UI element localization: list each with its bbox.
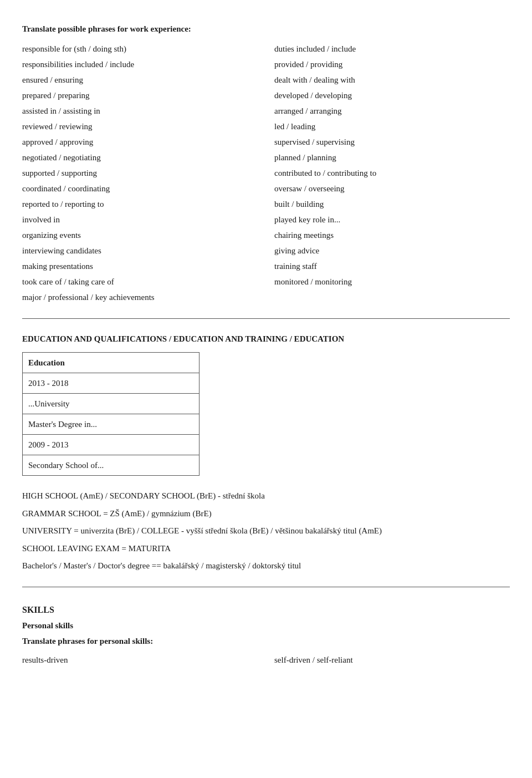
phrase-item: coordinated / coordinating <box>22 181 258 196</box>
personal-skill-item: results-driven <box>22 652 258 668</box>
school-info-line: SCHOOL LEAVING EXAM = MATURITA <box>22 542 510 556</box>
section-heading: Translate possible phrases for work expe… <box>22 22 510 35</box>
phrase-item: led / leading <box>274 119 510 134</box>
phrase-item: monitored / monitoring <box>274 274 510 289</box>
edu-table-header: Education <box>23 353 200 373</box>
personal-skills-left-col: results-driven <box>22 652 258 668</box>
section-divider <box>22 318 510 319</box>
phrase-item: responsible for (sth / doing sth) <box>22 41 258 57</box>
section-divider-2 <box>22 587 510 587</box>
phrase-item: supported / supporting <box>22 165 258 181</box>
phrase-item: major / professional / key achievements <box>22 289 258 305</box>
phrase-item: reported to / reporting to <box>22 196 258 212</box>
phrase-item: developed / developing <box>274 88 510 103</box>
phrase-item: interviewing candidates <box>22 243 258 258</box>
phrase-item: played key role in... <box>274 212 510 227</box>
edu-table-row: Master's Degree in... <box>23 414 200 435</box>
phrase-item: contributed to / contributing to <box>274 165 510 181</box>
edu-table-row: ...University <box>23 394 200 414</box>
phrase-item: took care of / taking care of <box>22 274 258 289</box>
phrase-item: giving advice <box>274 243 510 258</box>
phrase-item: dealt with / dealing with <box>274 72 510 88</box>
edu-table-row: Secondary School of... <box>23 455 200 476</box>
phrase-item: negotiated / negotiating <box>22 150 258 165</box>
education-section-title: EDUCATION AND QUALIFICATIONS / EDUCATION… <box>22 332 510 345</box>
school-info-line: GRAMMAR SCHOOL = ZŠ (AmE) / gymnázium (B… <box>22 507 510 521</box>
phrase-item: organizing events <box>22 227 258 243</box>
left-phrases-column: responsible for (sth / doing sth)respons… <box>22 41 258 305</box>
skills-heading: SKILLS <box>22 603 510 617</box>
phrase-item: making presentations <box>22 258 258 274</box>
school-info-line: UNIVERSITY = univerzita (BrE) / COLLEGE … <box>22 524 510 538</box>
phrase-item: chairing meetings <box>274 227 510 243</box>
phrase-item: assisted in / assisting in <box>22 103 258 119</box>
education-table: Education2013 - 2018...UniversityMaster'… <box>22 352 200 476</box>
phrase-item: reviewed / reviewing <box>22 119 258 134</box>
personal-skills-right-col: self-driven / self-reliant <box>274 652 510 668</box>
phrase-item: provided / providing <box>274 57 510 72</box>
phrase-item: arranged / arranging <box>274 103 510 119</box>
edu-table-row: 2009 - 2013 <box>23 435 200 455</box>
phrase-item: supervised / supervising <box>274 134 510 150</box>
personal-skills-heading: Personal skills <box>22 619 510 632</box>
phrase-item: involved in <box>22 212 258 227</box>
phrase-item: prepared / preparing <box>22 88 258 103</box>
phrase-item: duties included / include <box>274 41 510 57</box>
edu-table-row: 2013 - 2018 <box>23 373 200 394</box>
school-info-line: Bachelor's / Master's / Doctor's degree … <box>22 559 510 573</box>
school-info-block: HIGH SCHOOL (AmE) / SECONDARY SCHOOL (Br… <box>22 489 510 573</box>
personal-skill-item: self-driven / self-reliant <box>274 652 510 668</box>
phrase-item: built / building <box>274 196 510 212</box>
translate-subheading: Translate phrases for personal skills: <box>22 634 510 648</box>
phrase-item: responsibilities included / include <box>22 57 258 72</box>
phrase-item: training staff <box>274 258 510 274</box>
personal-skills-columns: results-driven self-driven / self-relian… <box>22 652 510 668</box>
phrase-item: oversaw / overseeing <box>274 181 510 196</box>
phrase-item: ensured / ensuring <box>22 72 258 88</box>
phrase-item: approved / approving <box>22 134 258 150</box>
phrase-item: planned / planning <box>274 150 510 165</box>
school-info-line: HIGH SCHOOL (AmE) / SECONDARY SCHOOL (Br… <box>22 489 510 504</box>
right-phrases-column: duties included / includeprovided / prov… <box>274 41 510 305</box>
